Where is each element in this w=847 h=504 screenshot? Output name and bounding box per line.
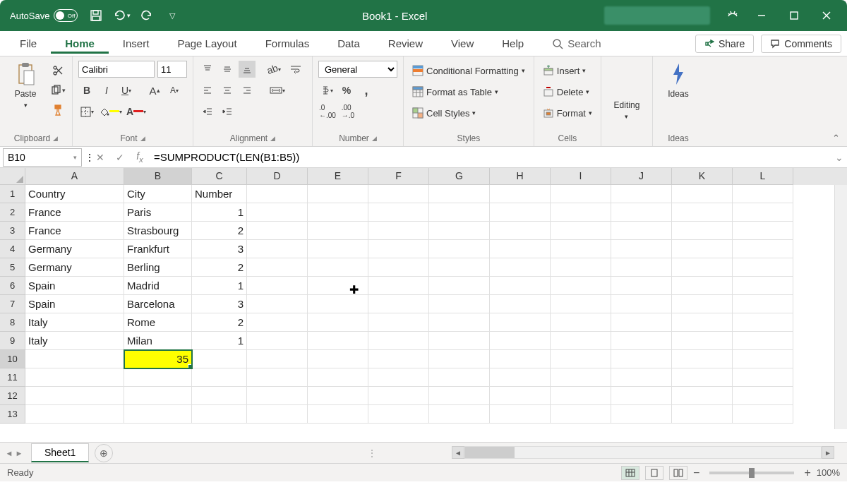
page-break-view-button[interactable]: [669, 466, 687, 480]
sheet-tab[interactable]: Sheet1: [31, 443, 89, 462]
column-header[interactable]: L: [733, 168, 793, 185]
cell[interactable]: [247, 332, 308, 350]
insert-function-button[interactable]: fx: [130, 148, 150, 167]
increase-decimal-button[interactable]: .0←.00: [318, 103, 337, 120]
cell[interactable]: [672, 332, 733, 350]
maximize-button[interactable]: [778, 3, 810, 28]
cell[interactable]: [247, 350, 308, 368]
insert-cells-button[interactable]: Insert▾: [540, 62, 589, 79]
cell[interactable]: [429, 332, 490, 350]
cell[interactable]: [490, 295, 551, 313]
fill-color-button[interactable]: ▾: [98, 103, 123, 120]
cell[interactable]: 3: [192, 295, 247, 313]
enter-formula-button[interactable]: ✓: [110, 148, 130, 167]
save-button[interactable]: [83, 3, 109, 28]
cell[interactable]: [611, 222, 672, 240]
column-header[interactable]: G: [429, 168, 490, 185]
cell[interactable]: France: [25, 222, 124, 240]
cell[interactable]: [733, 350, 793, 368]
bold-button[interactable]: B: [78, 82, 95, 99]
cell[interactable]: [551, 405, 611, 424]
cell[interactable]: [672, 405, 733, 424]
cell[interactable]: [733, 313, 793, 332]
orientation-button[interactable]: ab▾: [265, 61, 282, 78]
row-header[interactable]: 12: [0, 387, 25, 405]
cell[interactable]: [247, 368, 308, 387]
column-header[interactable]: B: [124, 168, 192, 185]
cell[interactable]: [611, 295, 672, 313]
cell[interactable]: [490, 277, 551, 295]
grow-font-button[interactable]: A▴: [146, 82, 163, 99]
cell[interactable]: Berling: [124, 258, 192, 277]
cell[interactable]: [308, 240, 368, 258]
borders-button[interactable]: ▾: [78, 103, 95, 120]
cell[interactable]: [429, 405, 490, 424]
align-top-button[interactable]: [199, 61, 216, 78]
cell[interactable]: [551, 295, 611, 313]
cell[interactable]: [25, 350, 124, 368]
cell[interactable]: Spain: [25, 277, 124, 295]
cell[interactable]: [733, 203, 793, 222]
cell[interactable]: Paris: [124, 203, 192, 222]
cell[interactable]: [247, 203, 308, 222]
cell[interactable]: Strasbourg: [124, 222, 192, 240]
undo-button[interactable]: ▾: [109, 3, 134, 28]
row-header[interactable]: 2: [0, 203, 25, 222]
cell[interactable]: [368, 258, 429, 277]
add-sheet-button[interactable]: ⊕: [95, 444, 113, 462]
simplify-ribbon-icon[interactable]: [720, 3, 745, 28]
row-header[interactable]: 8: [0, 313, 25, 332]
merge-button[interactable]: ▾: [265, 82, 289, 99]
cell[interactable]: [551, 332, 611, 350]
align-middle-button[interactable]: [219, 61, 236, 78]
account-area[interactable]: [604, 6, 710, 25]
cell[interactable]: [308, 368, 368, 387]
font-color-button[interactable]: A▾: [126, 103, 147, 120]
format-painter-button[interactable]: [49, 102, 66, 119]
cell[interactable]: [308, 222, 368, 240]
cell[interactable]: [247, 258, 308, 277]
row-header[interactable]: 7: [0, 295, 25, 313]
align-left-button[interactable]: [199, 82, 216, 99]
dialog-launcher-icon[interactable]: ◢: [140, 135, 145, 142]
tab-help[interactable]: Help: [488, 33, 538, 54]
cell[interactable]: [192, 387, 247, 405]
cell[interactable]: [490, 332, 551, 350]
tab-formulas[interactable]: Formulas: [251, 33, 324, 54]
cell[interactable]: [490, 222, 551, 240]
cell[interactable]: [368, 222, 429, 240]
cell[interactable]: [308, 313, 368, 332]
cell[interactable]: 2: [192, 258, 247, 277]
cell[interactable]: [368, 203, 429, 222]
cell[interactable]: Frankfurt: [124, 240, 192, 258]
cell[interactable]: [490, 313, 551, 332]
font-size-select[interactable]: [157, 61, 187, 78]
italic-button[interactable]: I: [98, 82, 115, 99]
cell[interactable]: [733, 368, 793, 387]
cell[interactable]: [611, 185, 672, 203]
cell[interactable]: Spain: [25, 295, 124, 313]
cell[interactable]: [551, 203, 611, 222]
scroll-right-button[interactable]: ►: [822, 446, 834, 459]
cell[interactable]: 2: [192, 313, 247, 332]
cell[interactable]: 1: [192, 277, 247, 295]
collapse-ribbon-button[interactable]: ⌃: [832, 133, 840, 143]
cell[interactable]: [124, 368, 192, 387]
cell[interactable]: [247, 222, 308, 240]
cell[interactable]: [429, 222, 490, 240]
cell[interactable]: [192, 350, 247, 368]
cut-button[interactable]: [49, 62, 66, 79]
cell[interactable]: [733, 222, 793, 240]
row-header[interactable]: 3: [0, 222, 25, 240]
dialog-launcher-icon[interactable]: ◢: [372, 135, 377, 142]
cell[interactable]: [192, 368, 247, 387]
cell[interactable]: [308, 258, 368, 277]
cell[interactable]: [672, 313, 733, 332]
cell[interactable]: [124, 387, 192, 405]
cell[interactable]: [247, 295, 308, 313]
cell[interactable]: Milan: [124, 332, 192, 350]
cell[interactable]: [611, 387, 672, 405]
cell[interactable]: [551, 368, 611, 387]
normal-view-button[interactable]: [621, 466, 639, 480]
cell[interactable]: Italy: [25, 332, 124, 350]
